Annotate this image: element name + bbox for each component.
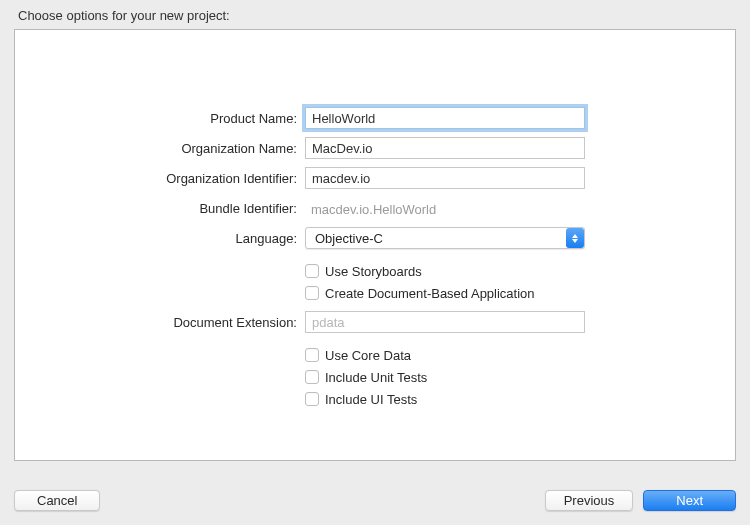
row-product-name: Product Name:	[15, 106, 735, 130]
checkbox-include-unit-tests[interactable]	[305, 370, 319, 384]
row-bundle-id: Bundle Identifier: macdev.io.HelloWorld	[15, 196, 735, 220]
stepper-arrows-icon	[566, 228, 584, 248]
select-language[interactable]: Objective-C	[305, 227, 585, 249]
select-language-value: Objective-C	[306, 231, 383, 246]
options-panel: Product Name: Organization Name: Organiz…	[14, 29, 736, 461]
row-use-core-data: Use Core Data	[305, 345, 735, 365]
dialog-header: Choose options for your new project:	[0, 0, 750, 29]
label-create-doc-app: Create Document-Based Application	[325, 286, 535, 301]
value-bundle-id: macdev.io.HelloWorld	[305, 200, 585, 217]
row-language: Language: Objective-C	[15, 226, 735, 250]
label-include-unit-tests: Include Unit Tests	[325, 370, 427, 385]
row-include-ui-tests: Include UI Tests	[305, 389, 735, 409]
checkbox-use-storyboards[interactable]	[305, 264, 319, 278]
row-use-storyboards: Use Storyboards	[305, 261, 735, 281]
next-button[interactable]: Next	[643, 490, 736, 511]
label-doc-extension: Document Extension:	[15, 315, 305, 330]
input-product-name[interactable]	[305, 107, 585, 129]
label-use-core-data: Use Core Data	[325, 348, 411, 363]
row-create-doc-app: Create Document-Based Application	[305, 283, 735, 303]
input-org-name[interactable]	[305, 137, 585, 159]
dialog-title: Choose options for your new project:	[18, 8, 230, 23]
input-doc-extension[interactable]	[305, 311, 585, 333]
dialog-footer: Cancel Previous Next	[14, 490, 736, 511]
row-doc-extension: Document Extension:	[15, 310, 735, 334]
label-include-ui-tests: Include UI Tests	[325, 392, 417, 407]
checkbox-use-core-data[interactable]	[305, 348, 319, 362]
checkbox-include-ui-tests[interactable]	[305, 392, 319, 406]
label-language: Language:	[15, 231, 305, 246]
label-bundle-id: Bundle Identifier:	[15, 201, 305, 216]
label-org-name: Organization Name:	[15, 141, 305, 156]
cancel-button[interactable]: Cancel	[14, 490, 100, 511]
row-include-unit-tests: Include Unit Tests	[305, 367, 735, 387]
input-org-id[interactable]	[305, 167, 585, 189]
checkbox-create-doc-app[interactable]	[305, 286, 319, 300]
row-org-name: Organization Name:	[15, 136, 735, 160]
label-use-storyboards: Use Storyboards	[325, 264, 422, 279]
previous-button[interactable]: Previous	[545, 490, 634, 511]
label-org-id: Organization Identifier:	[15, 171, 305, 186]
label-product-name: Product Name:	[15, 111, 305, 126]
row-org-id: Organization Identifier:	[15, 166, 735, 190]
form-container: Product Name: Organization Name: Organiz…	[15, 106, 735, 411]
